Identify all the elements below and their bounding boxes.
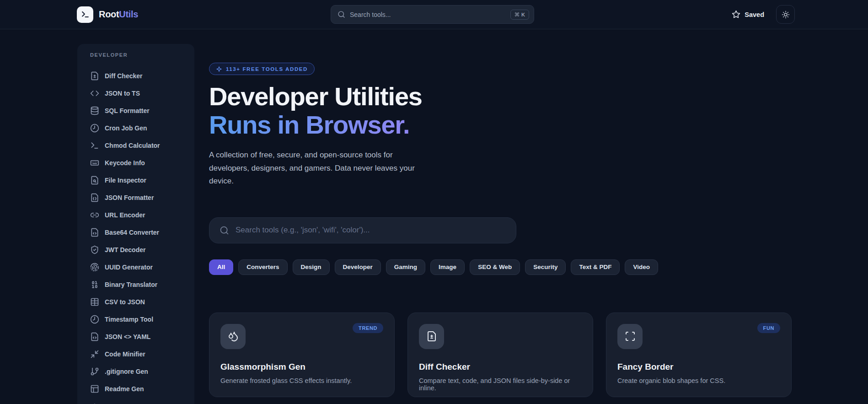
sidebar-item-label: Readme Gen xyxy=(105,385,144,393)
sidebar-item-gitignore-gen[interactable]: .gitignore Gen xyxy=(90,363,187,380)
navbar-actions: Saved xyxy=(732,5,795,24)
sun-icon xyxy=(782,11,790,19)
droplets-icon xyxy=(220,324,246,349)
sidebar-item-csv-to-json[interactable]: CSV to JSON xyxy=(90,293,187,311)
filter-converters[interactable]: Converters xyxy=(238,259,287,275)
saved-button[interactable]: Saved xyxy=(732,10,764,19)
brand-name-primary: Root xyxy=(99,9,119,19)
brand-logo-link[interactable]: RootUtils xyxy=(77,6,138,23)
sidebar-item-base64-converter[interactable]: Base64 Converter xyxy=(90,224,187,241)
clock-icon xyxy=(90,124,99,133)
fingerprint-icon xyxy=(90,263,99,272)
sidebar-item-regex-tester[interactable]: Regex Tester xyxy=(90,398,187,404)
table-icon xyxy=(90,297,99,307)
saved-label: Saved xyxy=(745,11,764,18)
git-branch-icon xyxy=(90,367,99,376)
sidebar-item-uuid-generator[interactable]: UUID Generator xyxy=(90,259,187,276)
file-diff-icon xyxy=(90,71,99,81)
filter-image[interactable]: Image xyxy=(430,259,465,275)
binary-icon xyxy=(90,280,99,289)
card-badge-trend: TREND xyxy=(353,323,383,333)
link-icon xyxy=(90,210,99,220)
filter-developer[interactable]: Developer xyxy=(335,259,381,275)
tool-card-diff-checker[interactable]: Diff CheckerCompare text, code, and JSON… xyxy=(407,312,593,397)
nav-search-placeholder: Search tools... xyxy=(350,11,510,18)
tools-count-label: 113+ FREE TOOLS ADDED xyxy=(226,66,308,72)
sidebar-item-url-encoder[interactable]: URL Encoder xyxy=(90,206,187,224)
card-description: Create organic blob shapes for CSS. xyxy=(617,377,780,384)
sidebar-item-json-formatter[interactable]: JSON Formatter xyxy=(90,189,187,206)
sidebar-item-readme-gen[interactable]: Readme Gen xyxy=(90,380,187,398)
page-description: A collection of free, secure, and open-s… xyxy=(209,149,428,188)
brand-name-secondary: Utils xyxy=(119,9,138,19)
file-diff-icon xyxy=(419,324,444,349)
search-icon xyxy=(338,11,345,18)
shield-check-icon xyxy=(90,245,99,254)
sidebar-item-sql-formatter[interactable]: SQL Formatter xyxy=(90,102,187,119)
sidebar-item-label: JSON Formatter xyxy=(105,194,154,201)
sidebar-item-json-yaml[interactable]: JSON <> YAML xyxy=(90,328,187,345)
card-title: Diff Checker xyxy=(419,362,582,372)
sidebar-item-label: Cron Job Gen xyxy=(105,124,147,132)
filter-security[interactable]: Security xyxy=(525,259,566,275)
file-search-icon xyxy=(90,176,99,185)
theme-toggle-button[interactable] xyxy=(776,5,795,24)
scan-icon xyxy=(617,324,643,349)
filter-seo-web[interactable]: SEO & Web xyxy=(470,259,520,275)
sidebar-item-label: URL Encoder xyxy=(105,211,145,219)
nav-search-input[interactable]: Search tools... K xyxy=(331,5,534,24)
sidebar-section-label: DEVELOPER xyxy=(90,48,187,61)
asterisk-icon xyxy=(90,402,99,404)
terminal-logo-icon xyxy=(77,6,93,23)
sidebar-item-timestamp-tool[interactable]: Timestamp Tool xyxy=(90,311,187,328)
sidebar-item-label: JSON to TS xyxy=(105,90,140,97)
tool-card-glassmorphism-gen[interactable]: TRENDGlassmorphism GenGenerate frosted g… xyxy=(209,312,395,397)
code-icon xyxy=(90,89,99,98)
card-description: Generate frosted glass CSS effects insta… xyxy=(220,377,383,384)
file-code-icon xyxy=(90,228,99,237)
sidebar-item-label: Keycode Info xyxy=(105,159,145,167)
keyboard-icon xyxy=(90,158,99,167)
page-title-line1: Developer Utilities xyxy=(209,82,422,111)
sidebar-item-diff-checker[interactable]: Diff Checker xyxy=(90,67,187,85)
tools-search-input[interactable]: Search tools (e.g., 'json', 'wifi', 'col… xyxy=(209,217,516,243)
filter-design[interactable]: Design xyxy=(293,259,330,275)
terminal-icon xyxy=(90,141,99,150)
page-title-line2: Runs in Browser. xyxy=(209,111,409,139)
command-icon xyxy=(514,12,520,17)
file-json-icon xyxy=(90,193,99,202)
sidebar-item-file-inspector[interactable]: File Inspector xyxy=(90,172,187,189)
sidebar-item-label: JWT Decoder xyxy=(105,246,145,253)
sidebar-item-json-to-ts[interactable]: JSON to TS xyxy=(90,85,187,102)
sidebar-item-label: Code Minifier xyxy=(105,350,145,358)
panels-icon xyxy=(90,384,99,393)
sidebar-item-label: Chmod Calculator xyxy=(105,142,160,149)
shortcut-key: K xyxy=(521,12,525,17)
clock-icon xyxy=(90,315,99,324)
filter-video[interactable]: Video xyxy=(625,259,658,275)
sidebar-item-keycode-info[interactable]: Keycode Info xyxy=(90,154,187,172)
card-description: Compare text, code, and JSON files side-… xyxy=(419,377,582,392)
sidebar-item-cron-job-gen[interactable]: Cron Job Gen xyxy=(90,119,187,137)
filter-gaming[interactable]: Gaming xyxy=(386,259,425,275)
tool-card-fancy-border[interactable]: FUNFancy BorderCreate organic blob shape… xyxy=(606,312,792,397)
brand-name: RootUtils xyxy=(99,9,138,20)
sidebar-item-code-minifier[interactable]: Code Minifier xyxy=(90,345,187,363)
search-icon xyxy=(220,226,229,235)
sidebar-item-binary-translator[interactable]: Binary Translator xyxy=(90,276,187,293)
sidebar-item-label: UUID Generator xyxy=(105,264,153,271)
top-navbar: RootUtils Search tools... K Saved xyxy=(0,0,868,29)
sidebar-item-label: Timestamp Tool xyxy=(105,316,153,323)
sidebar-item-jwt-decoder[interactable]: JWT Decoder xyxy=(90,241,187,259)
tools-count-badge: 113+ FREE TOOLS ADDED xyxy=(209,63,315,75)
database-icon xyxy=(90,106,99,115)
sidebar-item-label: File Inspector xyxy=(105,177,146,184)
main-content: 113+ FREE TOOLS ADDED Developer Utilitie… xyxy=(209,29,795,397)
sidebar-item-label: Base64 Converter xyxy=(105,229,159,236)
filter-all[interactable]: All xyxy=(209,259,233,275)
filter-text-pdf[interactable]: Text & PDF xyxy=(571,259,620,275)
sidebar-item-label: JSON <> YAML xyxy=(105,333,150,340)
tools-search-placeholder: Search tools (e.g., 'json', 'wifi', 'col… xyxy=(236,226,370,235)
sidebar-item-chmod-calculator[interactable]: Chmod Calculator xyxy=(90,137,187,154)
card-title: Glassmorphism Gen xyxy=(220,362,383,372)
